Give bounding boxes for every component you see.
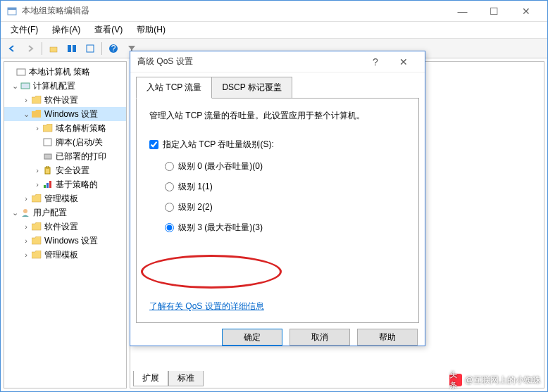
ok-button[interactable]: 确定 xyxy=(222,329,282,346)
dialog-body: 管理入站 TCP 流量的吞吐量。此设置应用于整个计算机。 指定入站 TCP 吞吐… xyxy=(136,98,419,323)
tree-user-windows[interactable]: ›Windows 设置 xyxy=(4,234,126,248)
forward-button[interactable] xyxy=(22,41,39,56)
svg-text:?: ? xyxy=(111,44,116,53)
svg-point-17 xyxy=(23,209,27,213)
throughput-checkbox[interactable] xyxy=(149,140,158,149)
tree-computer-config[interactable]: ⌄计算机配置 xyxy=(4,79,126,93)
titlebar: 本地组策略编辑器 — ☐ ✕ xyxy=(1,1,547,22)
svg-rect-8 xyxy=(17,69,25,75)
svg-rect-9 xyxy=(21,83,30,89)
radio-level-1[interactable]: 级别 1(1) xyxy=(165,181,406,193)
svg-rect-3 xyxy=(68,45,71,52)
tab-standard[interactable]: 标准 xyxy=(168,371,204,386)
cancel-button[interactable]: 取消 xyxy=(289,329,350,346)
tree-user-config[interactable]: ⌄用户配置 xyxy=(4,206,126,220)
svg-rect-15 xyxy=(46,183,49,188)
menu-view[interactable]: 查看(V) xyxy=(87,22,130,38)
svg-rect-1 xyxy=(8,8,16,10)
tree-software-settings[interactable]: ›软件设置 xyxy=(4,93,126,107)
tree-user-admin[interactable]: ›管理模板 xyxy=(4,248,126,262)
export-button[interactable] xyxy=(82,41,99,56)
radio-level-3[interactable]: 级别 3 (最大吞吐量)(3) xyxy=(165,222,406,234)
throughput-checkbox-label: 指定入站 TCP 吞吐量级别(S): xyxy=(163,139,274,151)
app-icon xyxy=(6,6,18,17)
tab-dscp-override[interactable]: DSCP 标记覆盖 xyxy=(211,77,292,99)
svg-rect-16 xyxy=(49,181,51,188)
help-button[interactable]: ? xyxy=(105,41,122,56)
up-button[interactable] xyxy=(45,41,62,56)
show-hide-button[interactable] xyxy=(63,41,80,56)
window-title: 本地组策略编辑器 xyxy=(22,5,447,17)
radio-level-2[interactable]: 级别 2(2) xyxy=(165,201,406,213)
dialog-title: 高级 QoS 设置 xyxy=(137,56,361,68)
tree-root[interactable]: 本地计算机 策略 xyxy=(4,65,126,79)
details-tabstrip: 扩展 标准 xyxy=(133,371,204,386)
qos-info-link[interactable]: 了解有关 QoS 设置的详细信息 xyxy=(149,301,264,312)
help-button[interactable]: 帮助 xyxy=(357,329,418,346)
svg-rect-10 xyxy=(44,139,51,146)
menu-help[interactable]: 帮助(H) xyxy=(130,22,173,38)
dialog-description: 管理入站 TCP 流量的吞吐量。此设置应用于整个计算机。 xyxy=(149,110,406,122)
back-button[interactable] xyxy=(4,41,20,56)
svg-rect-4 xyxy=(73,45,76,52)
close-button[interactable]: ✕ xyxy=(510,1,542,21)
svg-rect-11 xyxy=(44,154,51,159)
tab-extended[interactable]: 扩展 xyxy=(133,371,168,386)
annotation-oval xyxy=(141,255,282,289)
svg-rect-5 xyxy=(87,45,94,52)
menu-file[interactable]: 文件(F) xyxy=(4,22,45,38)
tree-scripts[interactable]: 脚本(启动/关 xyxy=(4,135,126,149)
dialog-button-row: 确定 取消 帮助 xyxy=(130,329,425,353)
svg-rect-2 xyxy=(50,47,57,52)
tab-inbound-tcp[interactable]: 入站 TCP 流量 xyxy=(136,77,212,99)
tree-admin-templates[interactable]: ›管理模板 xyxy=(4,191,126,206)
tree-panel[interactable]: 本地计算机 策略 ⌄计算机配置 ›软件设置 ⌄Windows 设置 ›域名解析策… xyxy=(4,61,127,388)
watermark: 头条 @互联网上的小蜘蛛 xyxy=(449,374,541,386)
tree-windows-settings[interactable]: ⌄Windows 设置 xyxy=(4,107,126,121)
menu-action[interactable]: 操作(A) xyxy=(45,22,87,38)
qos-dialog: 高级 QoS 设置 ? ✕ 入站 TCP 流量 DSCP 标记覆盖 管理入站 T… xyxy=(130,51,425,346)
tree-printers[interactable]: 已部署的打印 xyxy=(4,149,126,163)
dialog-titlebar: 高级 QoS 设置 ? ✕ xyxy=(130,51,425,72)
radio-level-0[interactable]: 级别 0 (最小吞吐量)(0) xyxy=(165,160,406,172)
tree-dns-policy[interactable]: ›域名解析策略 xyxy=(4,121,126,135)
maximize-button[interactable]: ☐ xyxy=(478,1,510,21)
dialog-tabs: 入站 TCP 流量 DSCP 标记覆盖 xyxy=(130,72,425,99)
tree-policy-qos[interactable]: ›基于策略的 xyxy=(4,177,126,191)
menubar: 文件(F) 操作(A) 查看(V) 帮助(H) xyxy=(1,22,547,39)
dialog-help-button[interactable]: ? xyxy=(361,56,390,68)
throughput-checkbox-row[interactable]: 指定入站 TCP 吞吐量级别(S): xyxy=(149,139,406,151)
watermark-logo: 头条 xyxy=(449,374,462,386)
tree-user-software[interactable]: ›软件设置 xyxy=(4,220,126,234)
tree-security[interactable]: ›安全设置 xyxy=(4,163,126,177)
svg-rect-14 xyxy=(44,185,46,188)
watermark-text: @互联网上的小蜘蛛 xyxy=(465,374,541,386)
minimize-button[interactable]: — xyxy=(447,1,478,21)
dialog-close-button[interactable]: ✕ xyxy=(390,56,418,68)
